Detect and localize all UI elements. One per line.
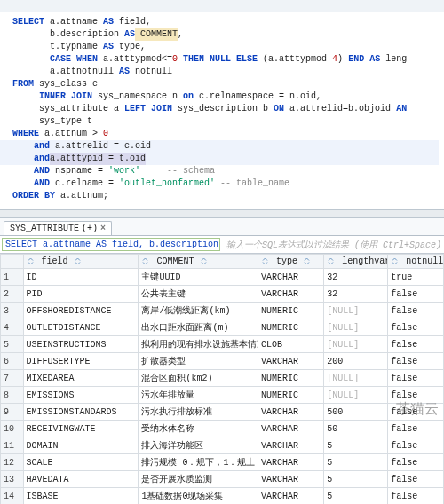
cell-type[interactable]: VARCHAR	[258, 437, 324, 454]
table-row[interactable]: 14ISBASE1基础数据0现场采集VARCHAR5false	[1, 488, 444, 505]
sql-editor[interactable]: SELECT a.attname AS field, b.description…	[0, 12, 444, 209]
cell-lengthvar[interactable]: 5	[324, 454, 388, 471]
cell-comment[interactable]: 离岸/低潮线距离(km)	[139, 303, 258, 319]
cell-notnull[interactable]: false	[388, 471, 444, 488]
cell-notnull[interactable]: false	[388, 319, 444, 336]
sort-icon[interactable]	[303, 257, 311, 265]
cell-notnull[interactable]: false	[388, 370, 444, 387]
cell-field[interactable]: HAVEDATA	[23, 471, 139, 488]
table-row[interactable]: 6DIFFUSERTYPE扩散器类型VARCHAR200false	[1, 353, 444, 370]
cell-type[interactable]: VARCHAR	[258, 454, 324, 471]
cell-type[interactable]: VARCHAR	[258, 404, 324, 421]
cell-comment[interactable]: 公共表主键	[139, 286, 258, 303]
cell-type[interactable]: NUMERIC	[258, 370, 324, 387]
cell-lengthvar[interactable]: [NULL]	[324, 336, 388, 353]
cell-type[interactable]: VARCHAR	[258, 471, 324, 488]
cell-comment[interactable]: 污水执行排放标准	[139, 404, 258, 421]
cell-type[interactable]: VARCHAR	[258, 421, 324, 437]
col-header-comment[interactable]: COMMENT	[139, 255, 258, 269]
table-row[interactable]: 10RECEIVINGWATE受纳水体名称VARCHAR50false	[1, 421, 444, 437]
splitter[interactable]	[0, 209, 444, 218]
cell-lengthvar[interactable]: [NULL]	[324, 303, 388, 319]
cell-comment[interactable]: 是否开展水质监测	[139, 471, 258, 488]
sort-icon[interactable]	[27, 257, 35, 265]
cell-notnull[interactable]: false	[388, 421, 444, 437]
table-row[interactable]: 4OUTLETDISTANCE出水口距水面距离(m)NUMERIC[NULL]f…	[1, 319, 444, 336]
cell-lengthvar[interactable]: [NULL]	[324, 319, 388, 336]
cell-field[interactable]: ID	[23, 269, 139, 286]
table-row[interactable]: 3OFFSHOREDISTANCE离岸/低潮线距离(km)NUMERIC[NUL…	[1, 303, 444, 319]
sort-icon[interactable]	[141, 257, 149, 265]
cell-type[interactable]: VARCHAR	[258, 353, 324, 370]
cell-lengthvar[interactable]: 200	[324, 353, 388, 370]
cell-field[interactable]: RECEIVINGWATE	[23, 421, 139, 437]
close-icon[interactable]: ×	[100, 224, 106, 233]
table-row[interactable]: 9EMISSIONSTANDARDS污水执行排放标准VARCHAR500fals…	[1, 404, 444, 421]
table-row[interactable]: 12SCALE排污规模 0：规下，1：规上VARCHAR5false	[1, 454, 444, 471]
cell-notnull[interactable]: false	[388, 303, 444, 319]
cell-field[interactable]: USEINSTRUCTIONS	[23, 336, 139, 353]
cell-field[interactable]: ISBASE	[23, 488, 139, 505]
cell-type[interactable]: VARCHAR	[258, 286, 324, 303]
cell-comment[interactable]: 排入海洋功能区	[139, 437, 258, 454]
cell-type[interactable]: NUMERIC	[258, 303, 324, 319]
cell-notnull[interactable]: false	[388, 286, 444, 303]
results-grid[interactable]: field COMMENT type lengthvar notnull 1ID…	[0, 254, 444, 504]
cell-notnull[interactable]: false	[388, 336, 444, 353]
cell-field[interactable]: DIFFUSERTYPE	[23, 353, 139, 370]
cell-field[interactable]: EMISSIONS	[23, 387, 139, 404]
table-row[interactable]: 8EMISSIONS污水年排放量NUMERIC[NULL]false	[1, 387, 444, 404]
cell-comment[interactable]: 受纳水体名称	[139, 421, 258, 437]
cell-lengthvar[interactable]: 5	[324, 488, 388, 505]
sort-icon[interactable]	[327, 257, 335, 265]
cell-notnull[interactable]: false	[388, 387, 444, 404]
cell-field[interactable]: PID	[23, 286, 139, 303]
table-row[interactable]: 5USEINSTRUCTIONS拟利用的现有排水设施基本情况CLOB[NULL]…	[1, 336, 444, 353]
cell-field[interactable]: OFFSHOREDISTANCE	[23, 303, 139, 319]
cell-type[interactable]: VARCHAR	[258, 269, 324, 286]
cell-type[interactable]: CLOB	[258, 336, 324, 353]
cell-comment[interactable]: 排污规模 0：规下，1：规上	[139, 454, 258, 471]
cell-lengthvar[interactable]: 32	[324, 269, 388, 286]
result-tab-sys-attribute[interactable]: SYS_ATTRIBUTE(+) ×	[4, 221, 112, 235]
cell-type[interactable]: NUMERIC	[258, 319, 324, 336]
sort-icon[interactable]	[200, 257, 208, 265]
cell-field[interactable]: EMISSIONSTANDARDS	[23, 404, 139, 421]
cell-notnull[interactable]: true	[388, 269, 444, 286]
sort-icon[interactable]	[391, 257, 399, 265]
editor-tabs-bar[interactable]	[0, 0, 444, 12]
sort-icon[interactable]	[261, 257, 269, 265]
cell-field[interactable]: OUTLETDISTANCE	[23, 319, 139, 336]
cell-lengthvar[interactable]: 32	[324, 286, 388, 303]
table-row[interactable]: 11DOMAIN排入海洋功能区VARCHAR5false	[1, 437, 444, 454]
cell-lengthvar[interactable]: 5	[324, 437, 388, 454]
cell-lengthvar[interactable]: [NULL]	[324, 387, 388, 404]
cell-lengthvar[interactable]: [NULL]	[324, 370, 388, 387]
cell-type[interactable]: VARCHAR	[258, 488, 324, 505]
cell-comment[interactable]: 污水年排放量	[139, 387, 258, 404]
cell-field[interactable]: SCALE	[23, 454, 139, 471]
cell-comment[interactable]: 扩散器类型	[139, 353, 258, 370]
cell-lengthvar[interactable]: 5	[324, 471, 388, 488]
filter-input[interactable]: 输入一个SQL表达式以过滤结果 (使用 Ctrl+Space)	[224, 238, 442, 251]
col-header-field[interactable]: field	[23, 255, 139, 269]
cell-comment[interactable]: 1基础数据0现场采集	[139, 488, 258, 505]
cell-comment[interactable]: 拟利用的现有排水设施基本情况	[139, 336, 258, 353]
table-row[interactable]: 13HAVEDATA是否开展水质监测VARCHAR5false	[1, 471, 444, 488]
table-row[interactable]: 2PID公共表主键VARCHAR32false	[1, 286, 444, 303]
col-header-lengthvar[interactable]: lengthvar	[324, 255, 388, 269]
cell-field[interactable]: DOMAIN	[23, 437, 139, 454]
cell-lengthvar[interactable]: 500	[324, 404, 388, 421]
cell-notnull[interactable]: false	[388, 437, 444, 454]
sort-icon[interactable]	[74, 257, 82, 265]
col-header-type[interactable]: type	[258, 255, 324, 269]
col-header-notnull[interactable]: notnull	[388, 255, 444, 269]
cell-lengthvar[interactable]: 50	[324, 421, 388, 437]
cell-comment[interactable]: 主键UUID	[139, 269, 258, 286]
table-row[interactable]: 1ID主键UUIDVARCHAR32true	[1, 269, 444, 286]
cell-comment[interactable]: 出水口距水面距离(m)	[139, 319, 258, 336]
table-row[interactable]: 7MIXEDAREA混合区面积(km2)NUMERIC[NULL]false	[1, 370, 444, 387]
cell-notnull[interactable]: false	[388, 353, 444, 370]
cell-comment[interactable]: 混合区面积(km2)	[139, 370, 258, 387]
cell-notnull[interactable]: false	[388, 488, 444, 505]
